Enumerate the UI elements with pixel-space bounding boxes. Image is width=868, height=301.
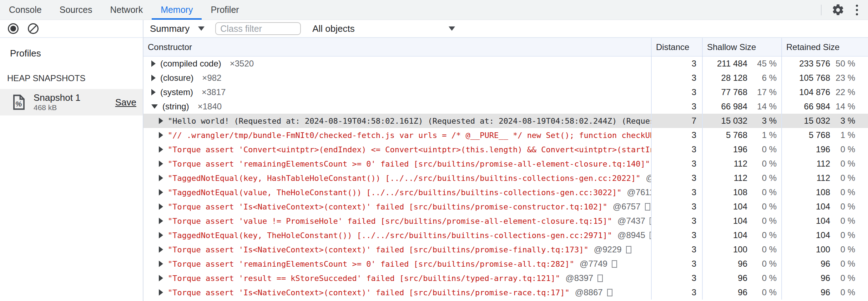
- object-id: @7611: [627, 187, 651, 197]
- record-heap-snapshot-icon[interactable]: [8, 23, 19, 34]
- column-header-shallow-size[interactable]: Shallow Size: [702, 38, 781, 56]
- distance-value: 3: [692, 287, 696, 297]
- expand-arrow-icon[interactable]: [159, 175, 163, 181]
- distance-value: 3: [692, 245, 696, 255]
- expand-arrow-icon[interactable]: [151, 75, 156, 81]
- distance-cell: 3: [651, 99, 702, 114]
- table-row[interactable]: "Torque assert 'remainingElementsCount >…: [143, 157, 868, 171]
- tabbar-right-controls: [821, 0, 868, 20]
- object-id: @8397: [565, 273, 593, 283]
- shallow-size-percent: 17 %: [747, 87, 781, 97]
- table-row[interactable]: (system)×3817377 76817 %104 87622 %: [143, 85, 868, 99]
- table-row[interactable]: (string)×1840366 98414 %66 98414 %: [143, 99, 868, 114]
- perspective-select[interactable]: Summary: [145, 23, 210, 34]
- shallow-size-cell: 1040 %: [702, 214, 781, 228]
- snapshot-size: 468 kB: [34, 103, 81, 112]
- retained-size-percent: 0 %: [830, 159, 868, 169]
- table-row[interactable]: (closure)×982328 1286 %105 76823 %: [143, 71, 868, 85]
- table-row[interactable]: "// .wrangler/tmp/bundle-FmNIt0/checked-…: [143, 128, 868, 142]
- expand-arrow-icon[interactable]: [159, 232, 163, 238]
- expand-arrow-icon[interactable]: [159, 218, 163, 224]
- expand-arrow-icon[interactable]: [159, 289, 163, 296]
- retained-size-percent: 22 %: [830, 87, 868, 97]
- column-header-constructor[interactable]: Constructor: [143, 38, 651, 56]
- retained-size-value: 96: [782, 273, 830, 283]
- retained-size-value: 5 768: [782, 130, 830, 140]
- constructor-cell: "TaggedNotEqual(value, TheHoleConstant()…: [143, 185, 651, 199]
- column-header-retained-size[interactable]: Retained Size: [781, 38, 868, 56]
- expand-arrow-icon[interactable]: [151, 89, 156, 95]
- object-id: @8945: [617, 230, 645, 240]
- heap-snapshots-section-label: HEAP SNAPSHOTS: [0, 59, 143, 89]
- glyph-box-icon: [645, 203, 650, 211]
- table-row[interactable]: "Torque assert 'result == kStoreSucceded…: [143, 271, 868, 285]
- constructor-name: (string): [162, 102, 189, 112]
- table-row[interactable]: "TaggedNotEqual(key, HashTableHoleConsta…: [143, 171, 868, 185]
- retained-size-percent: 1 %: [830, 130, 868, 140]
- expand-arrow-icon[interactable]: [159, 275, 163, 281]
- tab-sources[interactable]: Sources: [51, 0, 101, 20]
- perspective-selected-value: Summary: [150, 23, 190, 34]
- constructor-cell: "TaggedNotEqual(key, TheHoleConstant()) …: [143, 228, 651, 242]
- three-dot-menu-icon[interactable]: [854, 3, 859, 17]
- distance-cell: 3: [651, 214, 702, 228]
- expand-arrow-icon[interactable]: [151, 60, 156, 67]
- shallow-size-cell: 1000 %: [702, 242, 781, 257]
- table-row[interactable]: "TaggedNotEqual(key, TheHoleConstant()) …: [143, 228, 868, 242]
- retained-size-percent: 0 %: [830, 245, 868, 255]
- table-row[interactable]: "TaggedNotEqual(value, TheHoleConstant()…: [143, 185, 868, 199]
- tab-network[interactable]: Network: [101, 0, 152, 20]
- shallow-size-value: 112: [703, 159, 747, 169]
- gear-icon[interactable]: [832, 4, 844, 16]
- retained-size-value: 105 768: [782, 73, 830, 83]
- table-row[interactable]: "Hello world! (Requested at: 2024-08-19T…: [143, 114, 868, 128]
- expand-arrow-icon[interactable]: [159, 261, 163, 267]
- expand-arrow-icon[interactable]: [159, 161, 163, 167]
- tab-memory[interactable]: Memory: [152, 0, 202, 20]
- retained-size-percent: 14 %: [830, 102, 868, 112]
- snapshot-list-item[interactable]: % Snapshot 1 468 kB Save: [0, 89, 143, 115]
- glyph-box-icon: [607, 289, 612, 296]
- object-id: @7749: [580, 259, 607, 269]
- retained-size-percent: 0 %: [830, 230, 868, 240]
- tab-profiler[interactable]: Profiler: [202, 0, 248, 20]
- expand-arrow-icon[interactable]: [159, 203, 163, 210]
- distance-cell: 3: [651, 285, 702, 300]
- distance-cell: 3: [651, 171, 702, 185]
- retained-size-percent: 0 %: [830, 144, 868, 154]
- table-row[interactable]: "Torque assert 'Is<NativeContext>(contex…: [143, 285, 868, 300]
- retained-size-value: 66 984: [782, 102, 830, 112]
- shallow-size-value: 104: [703, 230, 747, 240]
- table-row[interactable]: "Torque assert 'value != PromiseHole' fa…: [143, 214, 868, 228]
- shallow-size-value: 5 768: [703, 130, 747, 140]
- constructor-cell: "Torque assert 'Convert<uintptr>(endInde…: [143, 142, 651, 157]
- column-header-distance[interactable]: Distance: [651, 38, 702, 56]
- chevron-down-icon: [449, 26, 455, 31]
- table-row[interactable]: "Torque assert 'Convert<uintptr>(endInde…: [143, 142, 868, 157]
- constructor-name: (system): [160, 87, 193, 97]
- table-row[interactable]: "Torque assert 'remainingElementsCount >…: [143, 257, 868, 271]
- table-row[interactable]: "Torque assert 'Is<NativeContext>(contex…: [143, 242, 868, 257]
- retained-size-percent: 0 %: [830, 187, 868, 197]
- table-row[interactable]: "Torque assert 'Is<NativeContext>(contex…: [143, 199, 868, 214]
- expand-arrow-icon[interactable]: [159, 132, 163, 138]
- shallow-size-value: 96: [703, 273, 747, 283]
- class-filter-input[interactable]: [215, 22, 301, 35]
- shallow-size-percent: 0 %: [747, 202, 781, 212]
- retained-size-cell: 1000 %: [781, 242, 868, 257]
- clear-profiles-icon[interactable]: [28, 23, 39, 34]
- shallow-size-cell: 1040 %: [702, 228, 781, 242]
- retained-size-cell: 1960 %: [781, 142, 868, 157]
- expand-arrow-icon[interactable]: [159, 146, 163, 153]
- save-snapshot-link[interactable]: Save: [115, 97, 136, 108]
- tab-console[interactable]: Console: [0, 0, 51, 20]
- expand-arrow-icon[interactable]: [159, 189, 163, 196]
- retained-size-value: 112: [782, 173, 830, 183]
- shallow-size-percent: 0 %: [747, 230, 781, 240]
- expand-arrow-icon[interactable]: [159, 118, 163, 124]
- expand-arrow-icon[interactable]: [159, 246, 163, 253]
- object-filter-select[interactable]: All objects: [307, 23, 461, 34]
- instance-count: ×3520: [230, 59, 254, 69]
- collapse-arrow-icon[interactable]: [151, 104, 158, 109]
- table-row[interactable]: (compiled code)×35203211 48445 %233 5765…: [143, 56, 868, 71]
